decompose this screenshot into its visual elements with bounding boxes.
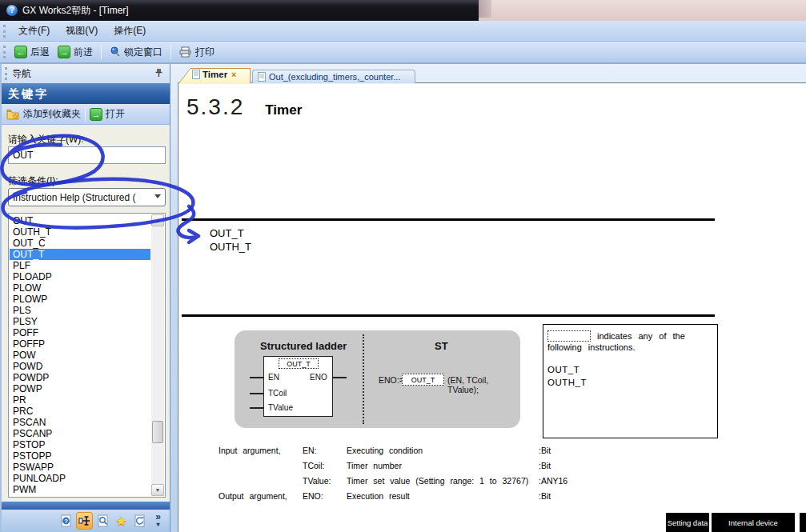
list-item[interactable]: PSCAN [10,417,150,428]
panel-grip[interactable] [5,67,7,80]
note-instruction: OUTH_T [547,376,713,389]
list-item[interactable]: PLOW [10,282,150,294]
menu-item[interactable]: 操作(E) [106,21,154,41]
tab-out-excluding-timers[interactable]: Out_(excluding_timers,_counter... [252,70,415,83]
nav-panel-header: 导航 [2,64,170,83]
keyword-input-label: 请输入关键字(W): [8,133,84,146]
argument-group: Output argument, [219,491,303,501]
list-item[interactable]: POWDP [10,372,150,383]
contents-help-icon[interactable]: ? [58,512,74,530]
favorites-star-icon[interactable]: ★ [113,512,130,530]
section-title: Timer [265,102,302,118]
keyword-panel-title: 关键字 [2,83,170,104]
argument-row: Output argument, ENO: Execution result :… [219,491,567,501]
forward-button[interactable]: → 前进 [54,44,97,61]
list-item[interactable]: POFF [10,327,150,338]
pin-panel-icon[interactable] [154,68,163,78]
menu-item[interactable]: 文件(F) [10,21,58,41]
argument-row: Input argument, EN: Executing condition … [219,446,567,455]
list-item[interactable]: POW [10,350,150,361]
open-arrow-icon: → [90,108,102,121]
argument-group [219,461,303,470]
list-item[interactable]: PLF [10,260,150,271]
back-button[interactable]: ← 后退 [10,44,54,61]
list-item[interactable]: PWM [10,484,150,495]
scrollbar-thumb[interactable] [152,421,163,443]
open-button[interactable]: → 打开 [90,107,125,121]
pin-tvalue: TValue [268,403,293,412]
menu-item[interactable]: 视图(V) [58,21,106,41]
filter-label: 筛选条件(I): [8,174,58,188]
filter-dropdown-value: Instruction Help (Structured ( [13,192,155,203]
list-item[interactable]: PSWAPP [10,462,150,473]
doc-bottom-tabs: Setting data Internal device [666,513,806,532]
list-item[interactable]: OUT_C [10,238,150,249]
argument-name: ENO: [303,491,347,501]
print-button[interactable]: 打印 [175,44,219,61]
argument-row: TCoil: Timer number :Bit [219,461,567,470]
list-item[interactable]: PRC [10,406,150,417]
app-window: ? GX Works2帮助 - [Timer] 文件(F)视图(V)操作(E) … [0,0,806,532]
internal-device-tab: Internal device [712,513,795,532]
arguments-table: Input argument, EN: Executing condition … [219,446,567,506]
keyword-input[interactable] [8,146,166,164]
tab-close-icon[interactable]: × [231,70,236,79]
list-item[interactable]: PLOWP [10,294,150,305]
window-title: GX Works2帮助 - [Timer] [22,4,129,18]
menu-bar: 文件(F)视图(V)操作(E) [0,21,806,42]
list-item[interactable]: OUT [10,215,150,226]
list-scrollbar[interactable]: ▲ ▼ [151,214,164,496]
argument-type: :ANY16 [539,476,567,486]
filter-dropdown[interactable]: Instruction Help (Structured ( [8,188,166,206]
st-prefix: ENO:= [379,375,404,385]
scroll-up-icon[interactable]: ▲ [151,214,164,226]
horizontal-rule [182,314,715,317]
section-number: 5.3.2 [186,94,244,120]
list-item[interactable]: POWD [10,361,150,372]
note-instruction: OUT_T [547,363,713,376]
toolbar-grip[interactable] [3,25,6,38]
argument-group: Input argument, [219,446,303,455]
argument-name: EN: [303,446,347,455]
list-item[interactable]: PR [10,394,150,406]
list-item[interactable]: PUNLOADP [10,473,150,484]
keyword-listbox: OUTOUTH_TOUT_COUT_TPLFPLOADPPLOWPLOWPPLS… [8,213,166,498]
dotted-placeholder-box [547,330,591,342]
desktop-background [479,0,806,21]
panel-splitter[interactable]: ········· [2,502,170,510]
list-item[interactable]: OUTH_T [10,226,150,238]
ladder-title: Structured ladder [260,340,347,352]
list-item[interactable]: PLOADP [10,271,150,282]
list-item[interactable]: PSTOP [10,439,150,450]
lock-window-button[interactable]: 锁定窗口 [106,44,166,61]
argument-description: Executing condition [347,446,539,455]
help-app-icon: ? [6,5,18,16]
list-item[interactable]: POWP [10,383,150,394]
list-item[interactable]: PSTOPP [10,450,150,462]
overflow-chevron-icon[interactable]: »▾ [150,512,166,530]
toolbar-grip[interactable] [3,46,6,58]
list-item[interactable]: POFFP [10,338,150,350]
list-item[interactable]: OUT_T [10,249,150,260]
search-page-icon[interactable] [94,512,111,530]
page-icon [258,72,266,82]
folder-star-icon [6,109,20,120]
setting-data-tab: Setting data [666,513,709,532]
argument-name: TValue: [303,476,347,486]
argument-type: :Bit [539,491,567,501]
list-item[interactable]: PSCANP [10,428,150,439]
list-item[interactable]: PLSY [10,316,150,327]
history-page-icon[interactable] [131,512,148,530]
list-item[interactable]: PLS [10,305,150,316]
back-arrow-icon: ← [14,46,27,58]
keyword-search-icon[interactable] [76,512,93,530]
instruction-name: OUTH_T [210,240,251,254]
scroll-down-icon[interactable]: ▼ [151,484,164,496]
add-favorite-button[interactable]: 添加到收藏夹 [2,107,81,121]
pin-tcoil: TCoil [268,389,287,398]
argument-row: TValue: Timer set value (Setting range: … [219,476,567,486]
forward-arrow-icon: → [58,46,70,58]
argument-type: :Bit [539,446,567,455]
tab-timer[interactable]: Timer × [178,68,251,83]
tab-label: Out_(excluding_timers,_counter... [269,72,400,82]
